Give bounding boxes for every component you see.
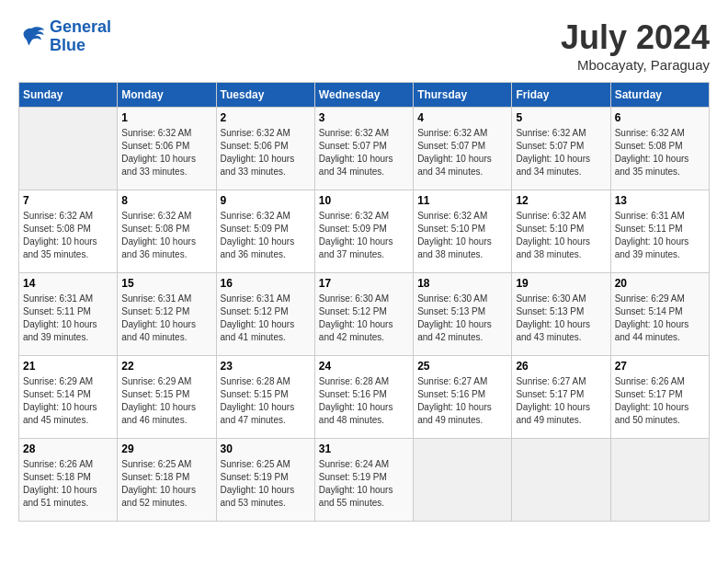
day-info: Sunrise: 6:30 AMSunset: 5:13 PMDaylight:… (417, 293, 507, 344)
day-info: Sunrise: 6:27 AMSunset: 5:17 PMDaylight:… (516, 375, 606, 427)
day-info: Sunrise: 6:32 AMSunset: 5:09 PMDaylight:… (221, 210, 311, 261)
col-friday: Friday (512, 83, 610, 108)
day-number: 3 (319, 111, 409, 124)
day-info: Sunrise: 6:25 AMSunset: 5:18 PMDaylight:… (121, 458, 211, 510)
day-info: Sunrise: 6:25 AMSunset: 5:19 PMDaylight:… (221, 458, 311, 510)
day-number: 21 (23, 360, 113, 373)
day-number: 24 (319, 360, 409, 373)
day-number: 8 (121, 194, 211, 207)
calendar-cell (414, 439, 512, 522)
calendar-cell: 23Sunrise: 6:28 AMSunset: 5:15 PMDayligh… (216, 356, 314, 439)
day-info: Sunrise: 6:27 AMSunset: 5:16 PMDaylight:… (417, 375, 507, 427)
day-number: 18 (417, 277, 507, 290)
col-tuesday: Tuesday (216, 83, 314, 108)
calendar-cell: 26Sunrise: 6:27 AMSunset: 5:17 PMDayligh… (512, 356, 610, 439)
calendar-week-3: 14Sunrise: 6:31 AMSunset: 5:11 PMDayligh… (19, 273, 710, 356)
day-number: 5 (516, 111, 606, 124)
day-number: 16 (221, 277, 311, 290)
calendar-cell: 12Sunrise: 6:32 AMSunset: 5:10 PMDayligh… (512, 190, 610, 273)
day-info: Sunrise: 6:32 AMSunset: 5:06 PMDaylight:… (121, 127, 211, 178)
day-number: 4 (417, 111, 507, 124)
day-number: 14 (23, 277, 113, 290)
day-number: 10 (319, 194, 409, 207)
calendar-cell: 15Sunrise: 6:31 AMSunset: 5:12 PMDayligh… (118, 273, 216, 356)
logo: General Blue (18, 18, 111, 55)
calendar-cell: 25Sunrise: 6:27 AMSunset: 5:16 PMDayligh… (414, 356, 512, 439)
day-number: 25 (417, 360, 507, 373)
day-number: 28 (23, 442, 113, 455)
day-info: Sunrise: 6:32 AMSunset: 5:09 PMDaylight:… (319, 210, 409, 261)
day-info: Sunrise: 6:28 AMSunset: 5:15 PMDaylight:… (221, 375, 311, 427)
day-number: 12 (516, 194, 606, 207)
day-info: Sunrise: 6:24 AMSunset: 5:19 PMDaylight:… (319, 458, 409, 510)
calendar-cell: 31Sunrise: 6:24 AMSunset: 5:19 PMDayligh… (314, 439, 413, 522)
calendar-cell: 6Sunrise: 6:32 AMSunset: 5:08 PMDaylight… (610, 108, 709, 190)
day-info: Sunrise: 6:32 AMSunset: 5:07 PMDaylight:… (417, 127, 507, 178)
day-info: Sunrise: 6:31 AMSunset: 5:12 PMDaylight:… (221, 293, 311, 344)
day-info: Sunrise: 6:32 AMSunset: 5:10 PMDaylight:… (417, 210, 507, 261)
day-info: Sunrise: 6:28 AMSunset: 5:16 PMDaylight:… (319, 375, 409, 427)
day-number: 20 (615, 277, 705, 290)
header-row: Sunday Monday Tuesday Wednesday Thursday… (19, 83, 710, 108)
month-title: July 2024 (561, 18, 710, 57)
calendar-cell: 9Sunrise: 6:32 AMSunset: 5:09 PMDaylight… (216, 190, 314, 273)
day-info: Sunrise: 6:29 AMSunset: 5:14 PMDaylight:… (23, 375, 113, 427)
col-sunday: Sunday (19, 83, 118, 108)
day-number: 1 (121, 111, 211, 124)
day-number: 30 (221, 442, 311, 455)
day-number: 19 (516, 277, 606, 290)
calendar-cell: 17Sunrise: 6:30 AMSunset: 5:12 PMDayligh… (314, 273, 413, 356)
location-subtitle: Mbocayaty, Paraguay (561, 57, 710, 73)
calendar-week-1: 1Sunrise: 6:32 AMSunset: 5:06 PMDaylight… (19, 108, 710, 190)
day-number: 29 (121, 442, 211, 455)
day-number: 31 (319, 442, 409, 455)
day-info: Sunrise: 6:31 AMSunset: 5:11 PMDaylight:… (23, 293, 113, 344)
day-number: 26 (516, 360, 606, 373)
logo-bird-icon (18, 24, 46, 50)
col-saturday: Saturday (610, 83, 709, 108)
calendar-cell: 14Sunrise: 6:31 AMSunset: 5:11 PMDayligh… (19, 273, 118, 356)
day-number: 15 (121, 277, 211, 290)
calendar-cell: 29Sunrise: 6:25 AMSunset: 5:18 PMDayligh… (118, 439, 216, 522)
logo-text: General Blue (50, 18, 111, 55)
day-number: 9 (221, 194, 311, 207)
day-number: 17 (319, 277, 409, 290)
day-info: Sunrise: 6:32 AMSunset: 5:08 PMDaylight:… (121, 210, 211, 261)
calendar-cell: 24Sunrise: 6:28 AMSunset: 5:16 PMDayligh… (314, 356, 413, 439)
day-number: 27 (615, 360, 705, 373)
calendar-cell: 20Sunrise: 6:29 AMSunset: 5:14 PMDayligh… (610, 273, 709, 356)
calendar-cell: 21Sunrise: 6:29 AMSunset: 5:14 PMDayligh… (19, 356, 118, 439)
calendar-week-5: 28Sunrise: 6:26 AMSunset: 5:18 PMDayligh… (19, 439, 710, 522)
calendar-body: 1Sunrise: 6:32 AMSunset: 5:06 PMDaylight… (19, 108, 710, 522)
calendar-cell: 18Sunrise: 6:30 AMSunset: 5:13 PMDayligh… (414, 273, 512, 356)
day-number: 7 (23, 194, 113, 207)
day-info: Sunrise: 6:32 AMSunset: 5:08 PMDaylight:… (23, 210, 113, 261)
col-thursday: Thursday (414, 83, 512, 108)
calendar-cell: 27Sunrise: 6:26 AMSunset: 5:17 PMDayligh… (610, 356, 709, 439)
page-header: General Blue July 2024 Mbocayaty, Paragu… (18, 18, 710, 73)
calendar-cell: 13Sunrise: 6:31 AMSunset: 5:11 PMDayligh… (610, 190, 709, 273)
calendar-cell: 30Sunrise: 6:25 AMSunset: 5:19 PMDayligh… (216, 439, 314, 522)
calendar-cell: 2Sunrise: 6:32 AMSunset: 5:06 PMDaylight… (216, 108, 314, 190)
day-info: Sunrise: 6:26 AMSunset: 5:17 PMDaylight:… (615, 375, 705, 427)
calendar-cell: 10Sunrise: 6:32 AMSunset: 5:09 PMDayligh… (314, 190, 413, 273)
day-info: Sunrise: 6:32 AMSunset: 5:06 PMDaylight:… (221, 127, 311, 178)
calendar-cell: 11Sunrise: 6:32 AMSunset: 5:10 PMDayligh… (414, 190, 512, 273)
calendar-cell (512, 439, 610, 522)
day-info: Sunrise: 6:26 AMSunset: 5:18 PMDaylight:… (23, 458, 113, 510)
day-info: Sunrise: 6:32 AMSunset: 5:07 PMDaylight:… (516, 127, 606, 178)
day-number: 11 (417, 194, 507, 207)
calendar-cell (610, 439, 709, 522)
day-number: 13 (615, 194, 705, 207)
day-number: 2 (221, 111, 311, 124)
day-number: 6 (615, 111, 705, 124)
day-info: Sunrise: 6:31 AMSunset: 5:12 PMDaylight:… (121, 293, 211, 344)
day-info: Sunrise: 6:30 AMSunset: 5:13 PMDaylight:… (516, 293, 606, 344)
calendar-cell: 16Sunrise: 6:31 AMSunset: 5:12 PMDayligh… (216, 273, 314, 356)
calendar-cell: 19Sunrise: 6:30 AMSunset: 5:13 PMDayligh… (512, 273, 610, 356)
calendar-cell: 5Sunrise: 6:32 AMSunset: 5:07 PMDaylight… (512, 108, 610, 190)
calendar-header: Sunday Monday Tuesday Wednesday Thursday… (19, 83, 710, 108)
calendar-cell: 22Sunrise: 6:29 AMSunset: 5:15 PMDayligh… (118, 356, 216, 439)
title-block: July 2024 Mbocayaty, Paraguay (561, 18, 710, 73)
day-info: Sunrise: 6:29 AMSunset: 5:15 PMDaylight:… (121, 375, 211, 427)
